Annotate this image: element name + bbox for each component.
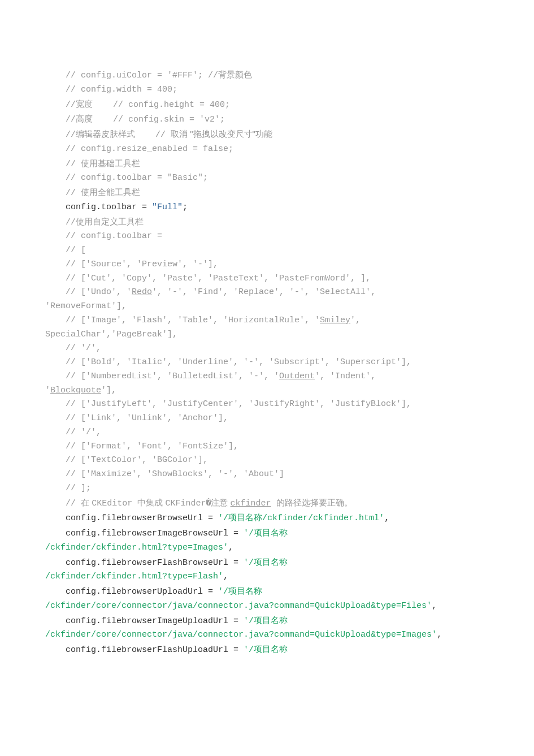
code-segment: //	[66, 218, 76, 227]
code-line: /ckfinder/core/connector/java/connector.…	[45, 628, 489, 642]
code-segment: ', 'Indent',	[315, 371, 381, 381]
code-segment: 项目名称	[254, 644, 288, 654]
code-line: SpecialChar','PageBreak'],	[45, 328, 489, 342]
code-line: //编辑器皮肤样式 // 取消 "拖拽以改变尺寸"功能	[45, 127, 489, 142]
code-segment: '/	[244, 616, 254, 626]
code-line: //使用自定义工具栏	[45, 215, 489, 230]
code-segment: config.filebrowserUploadUrl =	[66, 587, 218, 597]
code-segment: /ckfinder/ckfinder.html?type=Flash'	[45, 572, 223, 581]
code-line: // ['Format', 'Font', 'FontSize'],	[45, 440, 489, 454]
code-line: /ckfinder/ckfinder.html?type=Images',	[45, 541, 489, 555]
code-segment: // config.width = 400;	[66, 85, 177, 94]
code-segment: // config.toolbar =	[66, 231, 162, 241]
code-segment: // ];	[66, 483, 91, 493]
code-segment: 中集成	[137, 498, 165, 507]
code-segment: /ckfinder/ckfinder.html?type=Images'	[45, 543, 228, 552]
code-segment: //	[66, 100, 76, 110]
code-segment: Blockquote	[50, 386, 101, 395]
code-segment: 项目名称	[254, 528, 288, 537]
code-segment: // ['Link', 'Unlink', 'Anchor'],	[66, 413, 228, 423]
code-line: // ['TextColor', 'BGColor'],	[45, 453, 489, 468]
code-line: config.filebrowserFlashUploadUrl = '/项目名…	[45, 642, 489, 658]
code-segment: CKFinder�	[165, 499, 211, 508]
code-line: // '/',	[45, 426, 489, 440]
code-segment: Redo	[132, 287, 152, 297]
code-segment: config.filebrowserFlashUploadUrl =	[66, 645, 244, 655]
code-segment: ,	[437, 630, 442, 640]
code-segment: ', '-', 'Find', 'Replace', '-', 'SelectA…	[152, 287, 381, 297]
code-line: //宽度 // config.height = 400;	[45, 97, 489, 113]
code-line: // ['NumberedList', 'BulletedList', '-',…	[45, 370, 489, 384]
code-segment: // ['Undo', '	[66, 287, 132, 297]
code-line: config.filebrowserImageUploadUrl = '/项目名…	[45, 614, 489, 629]
code-segment: config.filebrowserFlashBrowseUrl =	[66, 558, 244, 568]
code-segment: '	[45, 386, 50, 395]
code-segment: // ['TextColor', 'BGColor'],	[66, 455, 208, 465]
code-segment: '/	[218, 587, 228, 597]
code-segment: /ckfinder/ckfinder.html'	[262, 513, 384, 523]
code-segment: '/	[244, 558, 254, 568]
code-segment: ,	[432, 601, 437, 611]
code-line: config.toolbar = "Full";	[45, 201, 489, 215]
code-line: // config.toolbar = "Basic";	[45, 171, 489, 185]
code-line: // ['Image', 'Flash', 'Table', 'Horizont…	[45, 314, 489, 328]
code-segment: '/	[244, 529, 254, 538]
code-segment: // config.toolbar = "Basic";	[66, 173, 208, 183]
code-segment: // '/',	[66, 427, 101, 437]
code-segment: '/	[244, 645, 254, 655]
code-segment: SpecialChar','PageBreak'],	[45, 330, 177, 339]
code-segment: 项目名称	[254, 557, 288, 567]
code-segment: ,	[384, 513, 389, 523]
code-segment: // ['Cut', 'Copy', 'Paste', 'PasteText',…	[66, 274, 371, 283]
code-line: // 使用基础工具栏	[45, 157, 489, 172]
code-segment: //	[66, 115, 76, 124]
code-segment: 宽度	[76, 99, 93, 109]
code-line: // config.resize_enabled = false;	[45, 142, 489, 157]
code-segment: 使用基础工具栏	[81, 158, 140, 168]
code-segment: // '/',	[66, 343, 101, 353]
code-line: /ckfinder/ckfinder.html?type=Flash',	[45, 570, 489, 584]
code-segment: /ckfinder/core/connector/java/connector.…	[45, 601, 432, 611]
code-segment: // ['Format', 'Font', 'FontSize'],	[66, 442, 238, 451]
code-line: // 在 CKEditor 中集成 CKFinder�注意 ckfinder 的…	[45, 496, 489, 511]
code-segment: '],	[101, 386, 116, 395]
code-line: config.filebrowserUploadUrl = '/项目名称	[45, 584, 489, 599]
code-line: config.filebrowserFlashBrowseUrl = '/项目名…	[45, 555, 489, 571]
code-segment: // config.height = 400;	[93, 100, 230, 110]
code-segment: // config.uiColor = '#FFF'; //	[66, 71, 218, 80]
code-line: // config.width = 400;	[45, 83, 489, 97]
code-line: 'RemoveFormat'],	[45, 300, 489, 314]
code-line: // ['Source', 'Preview', '-'],	[45, 258, 489, 272]
code-line: //高度 // config.skin = 'v2';	[45, 112, 489, 127]
code-segment: '/	[218, 513, 228, 523]
code-line: // '/',	[45, 342, 489, 356]
code-line: config.filebrowserImageBrowseUrl = '/项目名…	[45, 526, 489, 541]
code-line: // ['JustifyLeft', 'JustifyCenter', 'Jus…	[45, 398, 489, 412]
document-page: // config.uiColor = '#FFF'; //背景颜色 // co…	[0, 0, 534, 756]
code-segment: 编辑器皮肤样式	[76, 129, 135, 139]
code-line: // ['Undo', 'Redo', '-', 'Find', 'Replac…	[45, 286, 489, 300]
code-segment: 的路径选择要正确。	[276, 498, 353, 507]
code-line: // config.toolbar =	[45, 230, 489, 244]
code-segment: // config.resize_enabled = false;	[66, 144, 233, 154]
code-segment: //	[66, 130, 76, 140]
code-segment: ckfinder	[231, 499, 271, 508]
code-line: // ['Cut', 'Copy', 'Paste', 'PasteText',…	[45, 272, 489, 286]
code-line: // ['Link', 'Unlink', 'Anchor'],	[45, 412, 489, 426]
code-segment: 使用全能工具栏	[81, 187, 140, 197]
code-segment: 高度	[76, 114, 93, 123]
code-segment: Outdent	[279, 371, 315, 381]
code-segment: //	[66, 188, 81, 198]
code-segment: ',	[350, 316, 366, 325]
code-segment: config.filebrowserBrowseUrl =	[66, 513, 218, 523]
code-segment: // ['JustifyLeft', 'JustifyCenter', 'Jus…	[66, 399, 411, 409]
code-segment: 项目名称	[228, 586, 262, 595]
code-line: // 使用全能工具栏	[45, 185, 489, 201]
code-segment: // ['NumberedList', 'BulletedList', '-',…	[66, 371, 279, 381]
code-line: /ckfinder/core/connector/java/connector.…	[45, 599, 489, 614]
code-segment: 使用自定义工具栏	[76, 217, 144, 226]
code-segment: ,	[223, 572, 228, 581]
code-line: config.filebrowserBrowseUrl = '/项目名称/ckf…	[45, 511, 489, 526]
code-segment: 背景颜色	[218, 70, 252, 79]
code-segment: // ['Maximize', 'ShowBlocks', '-', 'Abou…	[66, 469, 284, 479]
